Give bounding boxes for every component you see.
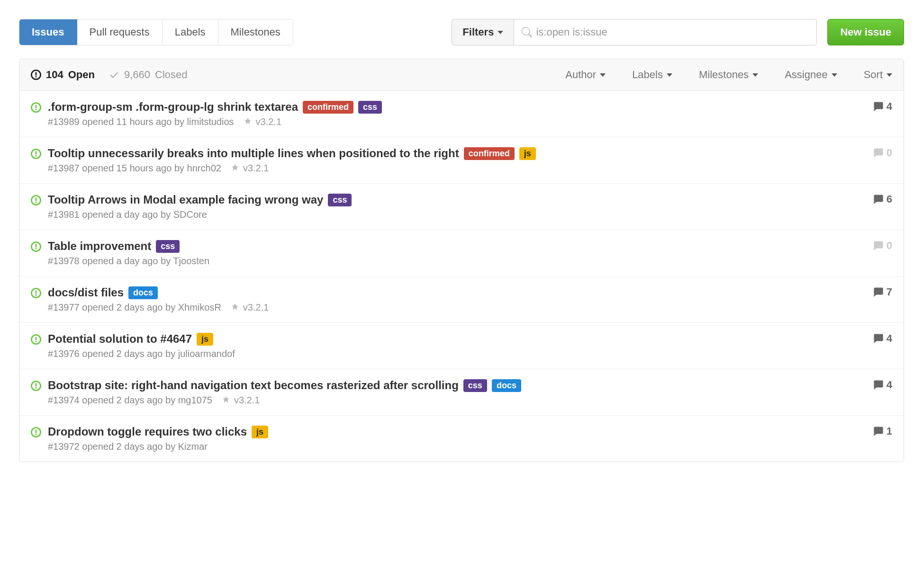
label-js[interactable]: js [519,147,536,160]
label-confirmed[interactable]: confirmed [464,147,515,160]
issue-main: Dropdown toggle requires two clicksjs#13… [48,425,865,452]
issue-meta: #13977 opened 2 days ago by XhmikosRv3.2… [48,302,865,313]
label-js[interactable]: js [197,333,213,346]
filter-sort[interactable]: Sort [864,69,892,81]
issue-comments[interactable]: 1 [873,425,892,437]
issue-meta-text: #13972 opened 2 days ago by Kizmar [48,441,208,452]
issue-meta-text: #13989 opened 11 hours ago by limitstudi… [48,116,234,127]
issue-meta-text: #13974 opened 2 days ago by mg1075 [48,395,212,406]
issue-meta: #13976 opened 2 days ago by julioarmando… [48,348,865,359]
comment-icon [873,194,884,205]
issue-row: Dropdown toggle requires two clicksjs#13… [19,416,904,462]
closed-issues-link[interactable]: 9,660 Closed [109,69,188,81]
chevron-down-icon [832,73,837,77]
issue-comments[interactable]: 0 [873,240,892,252]
issue-author-link[interactable]: mg1075 [178,395,212,405]
comment-count: 4 [887,379,892,391]
issue-meta: #13978 opened a day ago by Tjoosten [48,256,865,267]
check-icon [109,70,119,80]
issue-title-link[interactable]: Dropdown toggle requires two clicks [48,425,247,438]
new-issue-button[interactable]: New issue [827,19,904,45]
issue-row: .form-group-sm .form-group-lg shrink tex… [19,91,904,137]
filters-button[interactable]: Filters [452,19,514,45]
label-docs[interactable]: docs [128,286,158,299]
search-input-wrap[interactable] [514,19,817,45]
issue-milestone[interactable]: v3.2.1 [222,395,260,406]
filter-milestones[interactable]: Milestones [699,69,758,81]
issue-comments[interactable]: 4 [873,379,892,391]
issue-comments[interactable]: 4 [873,100,892,113]
issue-comments[interactable]: 7 [873,286,892,298]
label-confirmed[interactable]: confirmed [303,101,353,114]
issue-row: Tooltip unnecessarily breaks into multip… [19,137,904,184]
issue-row: docs/dist filesdocs#13977 opened 2 days … [19,276,904,323]
label-css[interactable]: css [463,379,487,392]
issue-author-link[interactable]: limitstudios [187,116,234,127]
issue-author-link[interactable]: julioarmandof [178,348,235,359]
issue-milestone[interactable]: v3.2.1 [231,302,269,313]
issue-title-link[interactable]: .form-group-sm .form-group-lg shrink tex… [48,100,298,114]
toolbar-filters: Author Labels Milestones Assignee Sort [565,69,892,81]
label-css[interactable]: css [156,240,180,253]
issue-opened-icon [31,288,41,301]
issue-title-link[interactable]: Tooltip unnecessarily breaks into multip… [48,147,459,160]
issue-comments[interactable]: 0 [873,147,892,159]
issue-comments[interactable]: 4 [873,332,892,345]
issue-opened-icon [31,241,41,254]
issue-main: docs/dist filesdocs#13977 opened 2 days … [48,286,865,313]
issue-opened-icon [31,381,41,393]
label-css[interactable]: css [328,194,352,206]
comment-count: 4 [887,332,892,345]
issue-main: Potential solution to #4647js#13976 open… [48,332,865,359]
label-css[interactable]: css [358,101,382,114]
nav-tabs: Issues Pull requests Labels Milestones [19,19,293,45]
issue-title-link[interactable]: Bootstrap site: right-hand navigation te… [48,379,459,392]
issue-row: Potential solution to #4647js#13976 open… [19,323,904,369]
issue-title-link[interactable]: Table improvement [48,240,151,253]
label-js[interactable]: js [252,426,268,438]
comment-count: 7 [887,286,892,298]
issue-title-link[interactable]: Tooltip Arrows in Modal example facing w… [48,193,323,206]
issue-opened-icon [31,70,41,80]
issue-author-link[interactable]: hnrch02 [187,163,221,173]
tab-labels[interactable]: Labels [163,19,218,45]
milestone-icon [244,118,252,126]
issue-title-link[interactable]: Potential solution to #4647 [48,332,192,346]
open-issues-link[interactable]: 104 Open [31,69,95,81]
issue-milestone[interactable]: v3.2.1 [231,163,269,174]
closed-label: Closed [155,69,187,81]
filter-labels[interactable]: Labels [632,69,672,81]
issue-main: Tooltip unnecessarily breaks into multip… [48,147,865,174]
chevron-down-icon [600,73,606,77]
issue-row: Bootstrap site: right-hand navigation te… [19,369,904,416]
issue-author-link[interactable]: XhmikosR [178,302,221,312]
issue-author-link[interactable]: Tjoosten [173,256,209,266]
issue-title-link[interactable]: docs/dist files [48,286,124,299]
label-docs[interactable]: docs [492,379,521,392]
issue-milestone[interactable]: v3.2.1 [244,116,281,127]
issue-meta: #13972 opened 2 days ago by Kizmar [48,441,865,452]
issue-meta-text: #13977 opened 2 days ago by XhmikosR [48,302,221,313]
tab-milestones[interactable]: Milestones [218,19,293,45]
issue-meta-text: #13978 opened a day ago by Tjoosten [48,256,209,267]
comment-count: 0 [887,147,892,159]
issue-row: Table improvementcss#13978 opened a day … [19,230,904,276]
issue-opened-icon [31,195,41,208]
search-input[interactable] [532,19,809,45]
issue-meta-text: #13981 opened a day ago by SDCore [48,209,207,220]
comment-count: 4 [887,100,892,113]
chevron-down-icon [887,73,892,77]
filter-assignee[interactable]: Assignee [785,69,837,81]
issue-opened-icon [31,149,41,161]
search-icon [522,27,532,37]
tab-issues[interactable]: Issues [19,19,77,45]
filter-search-group: Filters [452,19,817,45]
issue-row: Tooltip Arrows in Modal example facing w… [19,184,904,230]
issue-comments[interactable]: 6 [873,193,892,205]
issue-meta: #13981 opened a day ago by SDCore [48,209,865,220]
tab-pull-requests[interactable]: Pull requests [77,19,163,45]
issue-author-link[interactable]: SDCore [173,209,207,220]
issue-author-link[interactable]: Kizmar [178,441,208,452]
filter-author[interactable]: Author [565,69,606,81]
comment-count: 6 [887,193,892,205]
